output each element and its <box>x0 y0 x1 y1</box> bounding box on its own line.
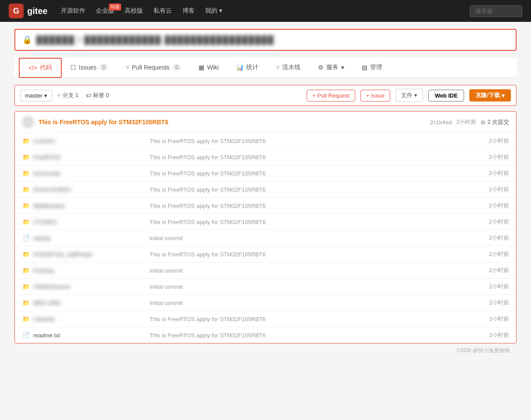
file-commit-msg: This is FreeRTOS apply for STM32F105RBT6 <box>150 332 473 339</box>
table-row: 📁FLibraryInitial commit2小时前 <box>15 262 516 279</box>
file-icon: 📁 <box>22 186 30 193</box>
pr-count: 0 <box>172 64 182 71</box>
nav-mine[interactable]: 我的 ▾ <box>205 7 222 15</box>
file-name-cell: 📁FLibrary <box>22 266 144 274</box>
file-name[interactable]: readme.txt <box>33 332 60 339</box>
file-icon: 📁 <box>22 266 30 274</box>
nav-private-cloud[interactable]: 私有云 <box>154 7 172 15</box>
file-name-cell: 📁Middlewares <box>22 202 144 210</box>
commit-count: ⊙ 2 次提交 <box>481 118 509 126</box>
file-name[interactable]: MDK-ARM <box>33 300 60 306</box>
file-name[interactable]: STM32F10x_StdPeriph <box>33 251 92 258</box>
file-commit-msg: This is FreeRTOS apply for STM32F105RBT6 <box>150 186 473 193</box>
file-name-cell: 📁FreeRTOS <box>22 153 144 161</box>
nav-items: 开源软件 企业版 特惠 高校版 私有云 博客 我的 ▾ <box>61 7 457 15</box>
file-icon: 📁 <box>22 250 30 258</box>
file-name-cell: 📁CMSIS/Device <box>22 283 144 290</box>
file-name[interactable]: FLibrary <box>33 267 54 274</box>
file-icon: 📁 <box>22 218 30 226</box>
nav-opensource[interactable]: 开源软件 <box>61 7 85 15</box>
tab-code[interactable]: </> 代码 <box>19 58 62 78</box>
file-commit-msg: This is FreeRTOS apply for STM32F105RBT6 <box>150 154 473 161</box>
logo[interactable]: G gitee <box>9 4 48 18</box>
file-icon: 📁 <box>22 137 30 145</box>
pull-request-button[interactable]: + Pull Request <box>307 90 355 102</box>
file-time: 2小时前 <box>479 315 509 323</box>
file-name-cell: 📁CTUDES <box>22 218 144 226</box>
commit-message[interactable]: This is FreeRTOS apply for STM32F105RBT6 <box>38 119 426 126</box>
file-time: 2小时前 <box>479 283 509 290</box>
tab-wiki[interactable]: ▦ Wiki <box>190 59 227 77</box>
manage-icon: ▤ <box>362 64 367 71</box>
file-icon: 📁 <box>22 202 30 210</box>
file-commit-msg: This is FreeRTOS apply for STM32F105RBT6 <box>150 219 473 225</box>
lock-icon: 🔒 <box>22 35 32 45</box>
tab-services[interactable]: ⚙ 服务 ▾ <box>309 58 353 77</box>
enterprise-badge: 特惠 <box>109 4 121 10</box>
pr-icon: ⑂ <box>126 64 129 71</box>
nav-blog[interactable]: 博客 <box>182 7 195 15</box>
nav-enterprise[interactable]: 企业版 特惠 <box>96 7 114 15</box>
file-commit-msg: This is FreeRTOS apply for STM32F105RBT6 <box>150 316 473 322</box>
services-icon: ⚙ <box>318 64 324 71</box>
file-time: 2小时前 <box>479 153 509 161</box>
file-commit-msg: Initial commit <box>150 300 473 306</box>
tab-stats[interactable]: 📊 统计 <box>227 58 267 77</box>
file-time: 2小时前 <box>479 234 509 242</box>
file-time: 2小时前 <box>479 169 509 177</box>
file-name[interactable]: CTUDES <box>33 219 56 225</box>
file-time: 2小时前 <box>479 202 509 210</box>
file-name[interactable]: Middlewares <box>33 203 65 209</box>
file-time: 2小时前 <box>479 137 509 145</box>
chevron-down-icon: ▾ <box>44 92 47 99</box>
file-name[interactable]: Core/Src <box>33 138 56 144</box>
file-commit-msg: This is FreeRTOS apply for STM32F105RBT6 <box>150 251 473 258</box>
table-row: 📁STM32F10x_StdPeriphThis is FreeRTOS app… <box>15 246 516 262</box>
table-row: 📁FreeRTOSThis is FreeRTOS apply for STM3… <box>15 149 516 165</box>
file-name-cell: 📁STM32F10x_StdPeriph <box>22 250 144 258</box>
table-row: 📁LibrariesThis is FreeRTOS apply for STM… <box>15 311 516 327</box>
tab-issues[interactable]: ☐ Issues 0 <box>62 59 117 77</box>
file-time: 2小时前 <box>479 299 509 307</box>
table-row: 📁MDK-ARMInitial commit2小时前 <box>15 295 516 311</box>
pipeline-icon: ⑂ <box>276 64 279 71</box>
file-icon: 📁 <box>22 153 30 161</box>
table-row: 📄readme.txtThis is FreeRTOS apply for ST… <box>15 327 516 343</box>
file-icon: 📄 <box>22 331 30 339</box>
watermark: CSDN @张小兔爱钱钱 <box>14 343 517 358</box>
file-icon: 📁 <box>22 315 30 323</box>
table-row: 📁CTUDESThis is FreeRTOS apply for STM32F… <box>15 214 516 230</box>
tab-pipeline[interactable]: ⑂ 流水线 <box>267 58 309 77</box>
webide-button[interactable]: Web IDE <box>428 90 465 102</box>
issue-button[interactable]: + Issue <box>360 90 390 102</box>
search-input[interactable] <box>470 5 522 17</box>
file-name[interactable]: Libraries <box>33 316 55 322</box>
tab-pullrequests[interactable]: ⑂ Pull Requests 0 <box>117 59 190 77</box>
main-content: 🔒 ██████ / ████████████ ████████████████… <box>7 22 524 365</box>
file-name[interactable]: FreeRTOS <box>33 154 60 161</box>
file-table: This is FreeRTOS apply for STM32F105RBT6… <box>14 111 517 343</box>
branch-icon: ⑂ <box>57 92 61 99</box>
tab-manage[interactable]: ▤ 管理 <box>353 58 391 77</box>
file-commit-msg: Initial commit <box>150 235 473 242</box>
table-row: 📁Inc/includeThis is FreeRTOS apply for S… <box>15 165 516 182</box>
commit-count-icon: ⊙ <box>481 119 486 126</box>
table-row: 📄startupInitial commit2小时前 <box>15 230 516 246</box>
file-name[interactable]: CMSIS/Device <box>33 284 70 290</box>
file-button[interactable]: 文件 ▾ <box>395 89 423 102</box>
branch-selector[interactable]: master ▾ <box>20 90 52 102</box>
file-name[interactable]: startup <box>33 235 51 242</box>
file-name-cell: 📁MDK-ARM <box>22 299 144 307</box>
file-name[interactable]: Inc/include <box>33 170 60 177</box>
file-time: 2小时前 <box>479 331 509 339</box>
file-icon: 📁 <box>22 283 30 290</box>
file-name-cell: 📄startup <box>22 234 144 242</box>
nav-university[interactable]: 高校版 <box>125 7 143 15</box>
file-name-cell: 📁Drivers/CMSIS <box>22 186 144 193</box>
branch-info: ⑂ 分支 1 🏷 标签 0 <box>57 91 109 99</box>
clone-button[interactable]: 克隆/下载 ▾ <box>469 89 511 102</box>
table-row: 📁CMSIS/DeviceInitial commit2小时前 <box>15 279 516 295</box>
branch-bar: master ▾ ⑂ 分支 1 🏷 标签 0 + Pull Request + … <box>14 85 517 106</box>
tag-icon: 🏷 <box>86 92 91 99</box>
file-name[interactable]: Drivers/CMSIS <box>33 186 71 193</box>
